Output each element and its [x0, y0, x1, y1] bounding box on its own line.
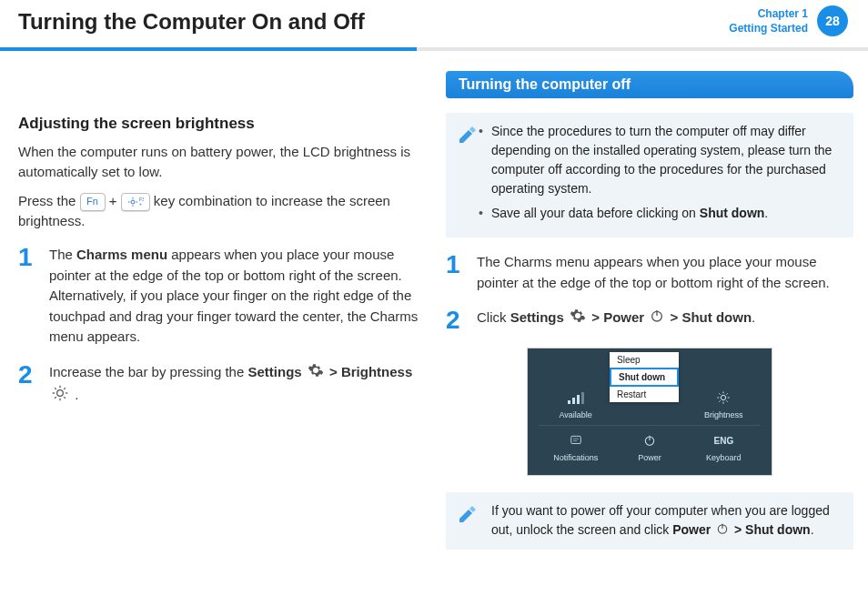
text: Press the: [18, 193, 80, 208]
menu-item-sleep: Sleep: [610, 352, 679, 368]
svg-point-0: [131, 200, 135, 204]
svg-line-30: [727, 393, 728, 394]
page-number-badge: 28: [817, 5, 848, 36]
step-body: Click Settings > Power > Shut down.: [477, 308, 755, 333]
svg-line-28: [727, 400, 728, 401]
text-bold: >: [671, 309, 682, 325]
text: Save all your data before clicking on: [491, 206, 700, 220]
text-bold: Power: [603, 309, 644, 325]
header-underline: [0, 47, 868, 51]
note-box-2: If you want to power off your computer w…: [446, 492, 853, 550]
svg-line-12: [55, 388, 56, 389]
step-number: 2: [446, 308, 466, 333]
text: .: [764, 206, 768, 220]
svg-line-14: [55, 397, 56, 399]
label: Keyboard: [687, 453, 761, 462]
gear-icon: [570, 308, 586, 330]
text: +: [109, 193, 121, 208]
note-icon: [457, 503, 479, 525]
right-step-1: 1 The Charms menu appears when you place…: [446, 252, 853, 293]
text-bold: Settings: [247, 364, 301, 379]
right-step-2: 2 Click Settings > Power > Shut down.: [446, 308, 853, 333]
key-combo-paragraph: Press the Fn + F3 + key combination to i…: [18, 191, 419, 231]
svg-line-13: [64, 397, 66, 399]
menu-item-shutdown: Shut down: [610, 368, 679, 387]
svg-rect-18: [568, 400, 570, 404]
svg-line-15: [64, 388, 66, 389]
step-number: 1: [446, 252, 466, 293]
text-bold: >: [734, 522, 745, 537]
text: The: [49, 247, 76, 262]
step-body: The Charms menu appears when you place y…: [477, 252, 853, 293]
text: Click: [477, 309, 510, 325]
power-popup-menu: Sleep Shut down Restart: [610, 352, 679, 402]
text-bold: Brightness: [341, 364, 412, 379]
intro-paragraph: When the computer runs on battery power,…: [18, 142, 419, 182]
chapter-label: Chapter 1: [729, 7, 808, 22]
text: Increase the bar by pressing the: [49, 364, 247, 379]
section-banner: Turning the computer off: [446, 71, 853, 98]
svg-line-29: [720, 400, 721, 401]
right-column: Turning the computer off Since the proce…: [446, 87, 853, 562]
left-step-2: 2 Increase the bar by pressing the Setti…: [18, 362, 419, 409]
text: .: [752, 309, 755, 325]
text-bold: Shut down: [745, 522, 811, 537]
svg-text:+: +: [139, 201, 142, 207]
subheading-brightness: Adjusting the screen brightness: [18, 115, 419, 133]
svg-rect-20: [577, 395, 580, 404]
step-body: The Charms menu appears when you place y…: [49, 245, 419, 348]
power-icon: [612, 431, 686, 449]
page-title: Turning the Computer On and Off: [18, 9, 850, 35]
keycap-fn: Fn: [80, 193, 106, 211]
left-step-1: 1 The Charms menu appears when you place…: [18, 245, 419, 348]
gear-icon: [308, 362, 324, 385]
charms-item-brightness: Brightness: [687, 389, 761, 419]
note-box-1: Since the procedures to turn the compute…: [446, 113, 853, 237]
signal-icon: [539, 389, 612, 407]
text: .: [811, 522, 814, 537]
keyboard-lang-label: ENG: [687, 431, 761, 449]
note-bullet: Save all your data before clicking on Sh…: [491, 204, 841, 223]
power-icon: [716, 521, 729, 540]
text-bold: Settings: [510, 309, 564, 325]
menu-item-restart: Restart: [610, 387, 679, 402]
step-number: 2: [18, 362, 38, 409]
brightness-up-key-icon: F3 +: [127, 197, 144, 207]
text: .: [75, 388, 78, 403]
svg-rect-21: [581, 392, 584, 404]
chapter-subtitle: Getting Started: [729, 22, 808, 36]
text-bold: Shut down: [681, 309, 752, 325]
svg-point-7: [57, 390, 64, 397]
label: Power: [612, 453, 686, 462]
charms-item-available: Available: [539, 389, 612, 419]
charms-item-notifications: Notifications: [539, 431, 612, 462]
label: Notifications: [539, 453, 612, 462]
label: Available: [539, 410, 612, 419]
note-bullet: Since the procedures to turn the compute…: [491, 122, 841, 198]
charms-item-keyboard: ENG Keyboard: [687, 431, 761, 462]
text-bold: Shut down: [700, 206, 765, 220]
text-bold: Power: [672, 522, 711, 537]
svg-rect-31: [570, 436, 580, 443]
note-icon: [457, 124, 479, 146]
notifications-icon: [539, 431, 612, 449]
svg-point-22: [722, 395, 726, 399]
charms-item-power: Power: [612, 431, 686, 462]
label: Brightness: [687, 410, 761, 419]
keycap-f3: F3 +: [121, 193, 150, 211]
brightness-icon: [687, 389, 761, 407]
power-icon: [650, 308, 664, 329]
text-bold: >: [591, 309, 603, 325]
charms-screenshot: Sleep Shut down Restart Available . Brig…: [527, 348, 772, 476]
divider: [539, 425, 761, 426]
left-column: Adjusting the screen brightness When the…: [18, 87, 419, 562]
svg-rect-19: [572, 398, 575, 404]
page-header: Turning the Computer On and Off Chapter …: [0, 0, 868, 51]
text-bold: Charms menu: [76, 247, 167, 262]
chapter-info: Chapter 1 Getting Started 28: [771, 7, 850, 35]
text-bold: >: [329, 364, 341, 379]
step-body: Increase the bar by pressing the Setting…: [49, 362, 412, 409]
brightness-icon: [51, 384, 69, 409]
step-number: 1: [18, 245, 38, 348]
svg-line-27: [720, 393, 721, 394]
